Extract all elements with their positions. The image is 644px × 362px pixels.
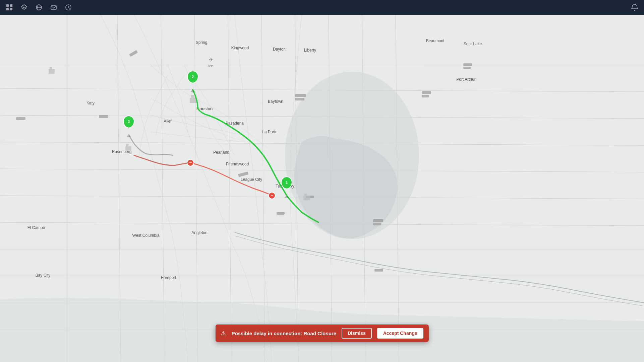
- svg-rect-43: [463, 67, 471, 69]
- svg-text:Port Arthur: Port Arthur: [456, 77, 475, 82]
- svg-rect-55: [303, 196, 310, 200]
- nav-icon-group: [5, 3, 72, 11]
- navbar: [0, 0, 644, 15]
- svg-rect-46: [374, 269, 383, 272]
- svg-text:✈: ✈: [209, 57, 213, 63]
- svg-text:Rosenberg: Rosenberg: [112, 149, 132, 154]
- svg-text:−: −: [189, 160, 192, 165]
- layers-icon[interactable]: [20, 3, 28, 11]
- svg-rect-36: [99, 115, 108, 118]
- svg-rect-3: [10, 8, 12, 10]
- svg-rect-57: [49, 69, 55, 74]
- svg-rect-37: [16, 117, 25, 120]
- svg-text:Friendswood: Friendswood: [226, 162, 249, 166]
- svg-text:1: 1: [286, 180, 288, 185]
- svg-text:Baytown: Baytown: [268, 99, 283, 104]
- svg-text:El Campo: El Campo: [27, 225, 45, 230]
- svg-text:Spring: Spring: [196, 40, 208, 45]
- svg-text:Freeport: Freeport: [161, 275, 176, 280]
- svg-text:Katy: Katy: [86, 101, 95, 105]
- globe-icon[interactable]: [35, 3, 43, 11]
- svg-rect-0: [6, 4, 9, 7]
- svg-text:Kingwood: Kingwood: [231, 46, 249, 50]
- svg-text:West Columbia: West Columbia: [132, 233, 159, 238]
- accept-change-button[interactable]: Accept Change: [377, 328, 423, 339]
- mail-icon[interactable]: [50, 3, 58, 11]
- svg-text:Liberty: Liberty: [304, 48, 316, 53]
- grid-icon[interactable]: [5, 3, 13, 11]
- svg-point-90: [191, 90, 195, 92]
- svg-text:La Porte: La Porte: [262, 130, 278, 134]
- svg-rect-48: [238, 171, 248, 177]
- svg-rect-40: [422, 91, 431, 94]
- svg-text:League City: League City: [241, 177, 262, 182]
- svg-rect-38: [295, 94, 306, 97]
- dismiss-button[interactable]: Dismiss: [342, 328, 372, 339]
- svg-rect-51: [191, 95, 194, 98]
- svg-rect-2: [6, 8, 9, 10]
- svg-text:Angleton: Angleton: [191, 230, 207, 235]
- svg-text:Beaumont: Beaumont: [426, 39, 445, 43]
- svg-rect-41: [422, 95, 429, 97]
- svg-rect-44: [373, 219, 383, 222]
- svg-text:Bay City: Bay City: [36, 273, 51, 278]
- svg-text:−: −: [271, 193, 273, 198]
- svg-text:Alief: Alief: [164, 119, 172, 124]
- svg-rect-35: [129, 50, 138, 57]
- svg-point-88: [285, 196, 289, 198]
- map-container[interactable]: ✈ IAH Houston Spring Kingwood Dayton Kat…: [0, 15, 644, 362]
- svg-text:Sour Lake: Sour Lake: [464, 42, 482, 46]
- svg-marker-4: [21, 5, 27, 8]
- svg-rect-58: [50, 67, 52, 69]
- notification-message: Possible delay in connection: Road Closu…: [231, 331, 336, 336]
- svg-line-11: [68, 7, 70, 8]
- svg-text:IAH: IAH: [208, 64, 213, 67]
- svg-rect-54: [126, 144, 128, 147]
- svg-rect-42: [463, 63, 472, 66]
- svg-text:3: 3: [128, 120, 130, 124]
- svg-text:2: 2: [192, 75, 194, 79]
- svg-point-92: [127, 135, 131, 137]
- svg-rect-39: [295, 98, 304, 100]
- svg-text:Dayton: Dayton: [273, 47, 286, 52]
- svg-rect-47: [277, 212, 285, 215]
- svg-rect-1: [10, 4, 12, 7]
- bell-icon[interactable]: [631, 3, 639, 11]
- svg-rect-45: [373, 223, 381, 225]
- svg-text:Pearland: Pearland: [213, 150, 229, 155]
- clock-icon[interactable]: [64, 3, 72, 11]
- notification-bar: ⚠ Possible delay in connection: Road Clo…: [215, 324, 428, 342]
- svg-rect-56: [304, 194, 307, 196]
- warning-icon: ⚠: [221, 330, 226, 337]
